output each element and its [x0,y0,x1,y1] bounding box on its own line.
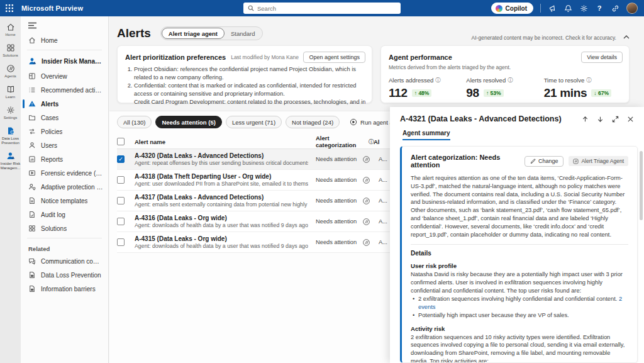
sidebar-item-cases[interactable]: Cases [21,111,108,125]
view-details-button[interactable]: View details [581,52,623,63]
notifications-bell-icon[interactable] [564,4,572,13]
alert-prioritization-card: Alert prioritization preferences Last mo… [117,45,372,103]
policies-arrows-icon [28,128,36,135]
previous-alert-arrow-up-icon[interactable] [582,116,589,123]
agent-summary-text: The alert requires attention as one of t… [411,174,628,238]
prioritization-item: Confidential: content that is marked or … [134,82,365,98]
next-alert-arrow-down-icon[interactable] [597,116,604,123]
user-risk-heading: User risk profile [411,262,628,271]
prioritization-list: Project Obsidian: references the confide… [134,65,372,106]
settings-gear-icon [6,106,15,114]
solutions-grid-icon [6,43,15,52]
agent-icon [362,197,370,205]
agent-badge-icon [573,159,579,164]
sidebar-item-alerts[interactable]: Alerts [21,97,108,111]
change-categorization-button[interactable]: Change [525,156,564,167]
divider [27,238,102,238]
row-checkbox[interactable] [117,218,125,225]
alert-detail-panel: A-4321 (Data Leaks - Advanced Detections… [390,107,644,363]
app-title: Microsoft Purview [21,4,83,12]
user-risk-text: Natasha David is risky because they are … [411,271,628,294]
search-input[interactable] [257,5,396,12]
sidebar-section-insider-risk-management[interactable]: Insider Risk Management [21,53,108,69]
prioritization-item: Credit Card Program Development: content… [134,98,365,106]
sidebar-item-audit-log[interactable]: Audit log [21,208,108,221]
chevron-up-icon[interactable] [621,32,631,42]
rail-item-settings[interactable]: Settings [0,104,21,123]
help-icon[interactable]: ? [595,4,604,13]
activity-risk-text: 2 exfiltration sequences and 10 risky ac… [411,333,628,363]
run-agent-icon [350,118,357,126]
performance-title: Agent performance [389,53,452,61]
filter-less-urgent[interactable]: Less urgent (71) [226,116,282,128]
rail-item-data-loss-prevention[interactable]: Data Loss Prevention [0,125,21,148]
select-all-checkbox[interactable] [117,138,125,145]
sidebar-item-home[interactable]: Home [21,33,108,47]
divider [411,244,628,245]
user-risk-bullets: 2 exfiltration sequences involving highl… [412,295,628,319]
sidebar-item-adaptive-protection[interactable]: Adaptive protection (preview) [21,180,108,194]
metric-delta: ↓ 67% [591,89,611,97]
rail-item-agents[interactable]: Agents [0,62,21,81]
expand-icon[interactable] [612,116,619,123]
last-modified-text: Last modified by Mona Kane [231,54,299,60]
toggle-alert-triage-agent[interactable]: Alert triage agent [162,28,225,39]
rail-item-learn[interactable]: Learn [0,83,21,102]
agent-summary-card: Alert categorization: Needs attention Ch… [400,146,638,363]
view-toggle: Alert triage agent Standard [160,26,263,40]
filter-needs-attention[interactable]: Needs attention (5) [155,116,222,128]
learn-book-icon [6,85,15,94]
info-icon: ⓘ [369,138,374,145]
sidebar-item-information-barriers[interactable]: Information barriers [21,282,108,296]
rail-item-solutions[interactable]: Solutions [0,42,21,60]
global-search[interactable] [243,3,401,14]
sidebar-item-forensic-evidence[interactable]: Forensic evidence (preview) [21,166,108,180]
related-section-label: Related [21,241,108,254]
settings-gear-icon[interactable] [579,4,588,13]
link-icon[interactable] [611,4,619,13]
info-icon: ⓘ [435,77,440,84]
copilot-button[interactable]: Copilot [491,3,533,14]
prioritization-item: Project Obsidian: references the confide… [134,65,365,81]
app-launcher-icon[interactable] [0,0,19,16]
sidebar-item-reports[interactable]: Reports [21,152,108,166]
agent-icon [362,176,370,184]
column-alert-categorization[interactable]: Alert categorizationⓘ [316,135,374,148]
panel-title: A-4321 (Data Leaks - Advanced Detections… [400,114,582,123]
rail-item-insider-risk-management[interactable]: Insider Risk Managem... [0,150,21,173]
collapse-nav-icon[interactable] [21,16,108,33]
rail-item-home[interactable]: Home [0,21,21,40]
pencil-icon [530,159,536,164]
user-avatar[interactable] [626,3,638,14]
person-shield-icon [28,183,36,191]
sidebar-item-overview[interactable]: Overview [21,69,108,83]
activity-risk-heading: Activity risk [411,325,628,333]
toggle-standard[interactable]: Standard [225,28,262,38]
metric-alerts-addressed: Alerts addressedⓘ 112↑ 48% [389,77,466,100]
column-alert-name[interactable]: Alert name [135,138,316,145]
sidebar-item-users[interactable]: Users [21,138,108,152]
sidebar-item-notice-templates[interactable]: Notice templates [21,194,108,208]
sidebar-item-communication-compliance[interactable]: Communication compliance [21,254,108,268]
topbar-divider [540,4,541,13]
tab-agent-summary[interactable]: Agent summary [402,130,450,140]
sidebar-item-solutions[interactable]: Solutions [21,221,108,235]
home-icon [28,36,36,44]
filter-not-triaged[interactable]: Not triaged (24) [286,116,340,128]
row-checkbox[interactable] [117,238,125,246]
document-lock-icon [28,271,36,279]
row-checkbox[interactable]: ✓ [117,155,125,163]
open-agent-settings-button[interactable]: Open agent settings [303,52,365,63]
row-checkbox[interactable] [117,197,125,204]
whats-new-megaphone-icon[interactable] [548,4,557,13]
solution-sidebar: Home Insider Risk Management Overview Re… [21,16,109,363]
row-checkbox[interactable] [117,176,125,184]
panel-scrollbar[interactable] [640,151,643,220]
agent-icon [362,218,370,226]
close-icon[interactable] [627,116,634,123]
filter-all[interactable]: All (130) [117,116,152,128]
sidebar-item-data-loss-prevention[interactable]: Data Loss Prevention [21,268,108,282]
categorization-value: Needs attention [316,198,362,204]
sidebar-item-recommended-actions[interactable]: Recommended actions [21,83,108,97]
sidebar-item-policies[interactable]: Policies [21,125,108,138]
